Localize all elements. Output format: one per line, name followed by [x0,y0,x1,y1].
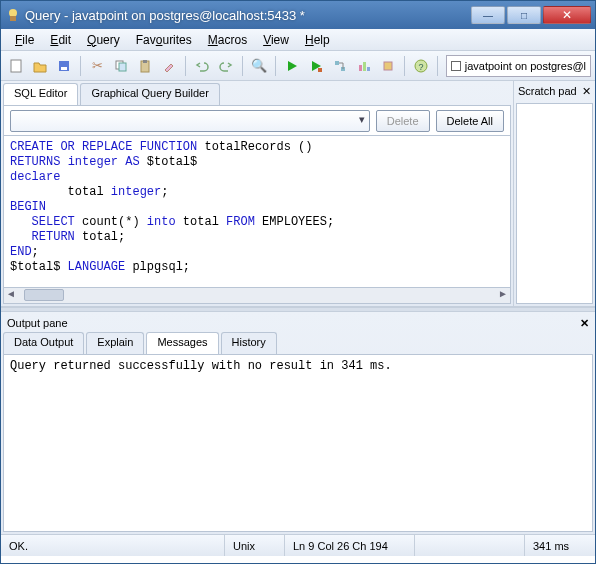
svg-rect-4 [61,67,67,70]
toolbar-separator [437,56,438,76]
toolbar-separator [242,56,243,76]
paste-icon[interactable] [134,55,156,77]
save-icon[interactable] [53,55,75,77]
menu-query[interactable]: Query [79,31,128,49]
tab-graphical-query-builder[interactable]: Graphical Query Builder [80,83,219,105]
cut-icon[interactable]: ✂ [86,55,108,77]
scrollbar-thumb[interactable] [24,289,64,301]
svg-rect-9 [318,68,322,72]
toolbar-separator [185,56,186,76]
svg-rect-15 [384,62,392,70]
menu-view[interactable]: View [255,31,297,49]
status-encoding: Unix [225,535,285,556]
output-messages-content[interactable]: Query returned successfully with no resu… [3,354,593,532]
svg-rect-10 [335,61,339,65]
explain-icon[interactable] [329,55,351,77]
minimize-button[interactable]: — [471,6,505,24]
status-position: Ln 9 Col 26 Ch 194 [285,535,415,556]
main-toolbar: ✂ 🔍 ? javatpoint on postgres@l [1,51,595,81]
menu-bar: File Edit Query Favourites Macros View H… [1,29,595,51]
app-icon [5,7,21,23]
svg-rect-12 [359,65,362,71]
svg-rect-13 [363,62,366,71]
svg-rect-6 [119,63,126,71]
window-controls: — □ ✕ [469,6,591,24]
menu-file[interactable]: File [7,31,42,49]
svg-text:?: ? [418,62,423,72]
workspace: SQL Editor Graphical Query Builder Delet… [1,81,595,307]
find-icon[interactable]: 🔍 [248,55,270,77]
svg-rect-1 [10,16,16,21]
toolbar-separator [80,56,81,76]
scratch-pad-header: Scratch pad ✕ [514,81,595,101]
tab-sql-editor[interactable]: SQL Editor [3,83,78,105]
scratch-pad-title: Scratch pad [518,85,577,97]
connection-selector[interactable]: javatpoint on postgres@l [446,55,591,77]
scratch-pad-close-icon[interactable]: ✕ [582,85,591,98]
editor-horizontal-scrollbar[interactable] [3,288,511,304]
redo-icon[interactable] [215,55,237,77]
new-icon[interactable] [5,55,27,77]
scratch-pad-textarea[interactable] [516,103,593,304]
status-bar: OK. Unix Ln 9 Col 26 Ch 194 341 ms [1,534,595,556]
history-combo[interactable] [10,110,370,132]
explain-analyze-icon[interactable] [353,55,375,77]
editor-tabs: SQL Editor Graphical Query Builder [3,83,511,105]
open-icon[interactable] [29,55,51,77]
output-close-icon[interactable]: ✕ [580,317,589,330]
menu-favourites[interactable]: Favourites [128,31,200,49]
toolbar-separator [404,56,405,76]
svg-rect-8 [143,60,147,63]
tab-data-output[interactable]: Data Output [3,332,84,354]
undo-icon[interactable] [191,55,213,77]
status-spacer [415,535,525,556]
maximize-button[interactable]: □ [507,6,541,24]
cancel-icon[interactable] [377,55,399,77]
execute-opts-icon[interactable] [305,55,327,77]
close-button[interactable]: ✕ [543,6,591,24]
execute-icon[interactable] [281,55,303,77]
toolbar-separator [275,56,276,76]
output-header: Output pane ✕ [3,314,593,332]
copy-icon[interactable] [110,55,132,77]
menu-help[interactable]: Help [297,31,338,49]
connection-label: javatpoint on postgres@l [465,60,586,72]
tab-history[interactable]: History [221,332,277,354]
tab-explain[interactable]: Explain [86,332,144,354]
svg-rect-14 [367,67,370,71]
scratch-pad-panel: Scratch pad ✕ [513,81,595,306]
title-bar: Query - javatpoint on postgres@localhost… [1,1,595,29]
editor-toolbar: Delete Delete All [3,105,511,135]
delete-all-button[interactable]: Delete All [436,110,504,132]
tab-messages[interactable]: Messages [146,332,218,354]
menu-macros[interactable]: Macros [200,31,255,49]
output-title: Output pane [7,317,68,329]
window-title: Query - javatpoint on postgres@localhost… [25,8,469,23]
svg-rect-2 [11,60,21,72]
status-message: OK. [1,535,225,556]
help-icon[interactable]: ? [410,55,432,77]
delete-button[interactable]: Delete [376,110,430,132]
svg-point-0 [9,9,17,17]
menu-edit[interactable]: Edit [42,31,79,49]
clear-icon[interactable] [158,55,180,77]
output-panel: Output pane ✕ Data Output Explain Messag… [1,312,595,534]
sql-editor-textarea[interactable]: CREATE OR REPLACE FUNCTION totalRecords … [3,135,511,288]
output-tabs: Data Output Explain Messages History [3,332,593,354]
editor-area: SQL Editor Graphical Query Builder Delet… [1,81,513,306]
status-time: 341 ms [525,535,595,556]
connection-checkbox-icon [451,61,461,71]
